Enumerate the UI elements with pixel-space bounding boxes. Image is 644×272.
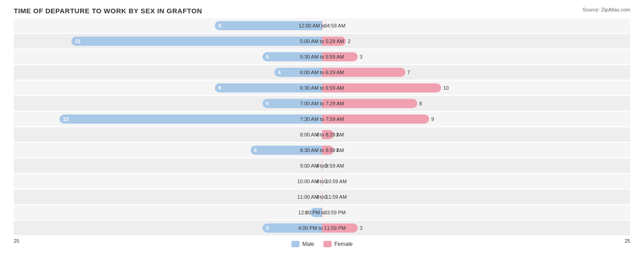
axis-right-label: 25 [625,238,630,247]
male-value-inside: 22 [63,116,69,122]
row-time-label: 12:00 AM to 4:59 AM [299,23,345,28]
chart-row: 2125:00 AM to 5:29 AM [14,34,630,49]
male-bar-wrap: 21 [71,37,322,46]
row-time-label: 7:00 AM to 7:29 AM [300,101,344,106]
row-time-label: 7:30 AM to 7:59 AM [300,116,344,122]
female-value: 3 [360,225,362,231]
male-value-inside: 5 [266,101,269,106]
row-time-label: 10:00 AM to 10:59 AM [297,179,347,184]
row-time-label: 11:00 AM to 11:59 AM [297,194,347,200]
male-bar: 21 [71,37,322,46]
chart-row: 9106:30 AM to 6:59 AM [14,81,630,95]
male-value-inside: 9 [218,85,221,91]
legend: Male Female [291,241,353,247]
male-bar: 22 [60,114,322,124]
chart-title: TIME OF DEPARTURE TO WORK BY SEX IN GRAF… [14,7,630,15]
chart-row: 018:00 AM to 8:29 AM [14,127,630,142]
female-value: 2 [348,38,350,44]
row-time-label: 12:00 PM to 3:59 PM [298,210,345,215]
chart-row: 0010:00 AM to 10:59 AM [14,174,630,189]
chart-row: 476:00 AM to 6:29 AM [14,65,630,80]
chart-row: 009:00 AM to 9:59 AM [14,158,630,173]
female-value: 8 [419,101,422,106]
axis-left-label: 25 [14,238,19,247]
legend-female: Female [323,241,353,247]
row-time-label: 9:00 AM to 9:59 AM [300,163,344,169]
source-text: Source: ZipAtlas.com [582,7,630,12]
row-time-label: 8:00 AM to 8:29 AM [300,132,344,137]
row-time-label: 6:00 AM to 6:29 AM [300,70,344,75]
chart-row: 1012:00 PM to 3:59 PM [14,205,630,220]
chart-row: 534:00 PM to 11:59 PM [14,221,630,235]
male-value-inside: 21 [75,38,81,44]
male-value-inside: 5 [266,225,269,231]
chart-row: 535:30 AM to 5:59 AM [14,49,630,64]
female-value: 9 [431,116,434,122]
male-value-inside: 9 [218,23,221,28]
row-time-label: 6:30 AM to 6:59 AM [300,85,344,91]
chart-row: 2297:30 AM to 7:59 AM [14,112,630,126]
female-bar-wrap: 10 [322,83,469,92]
chart-row: 9012:00 AM to 4:59 AM [14,18,630,33]
chart-row: 618:30 AM to 8:59 AM [14,143,630,158]
row-time-label: 8:30 AM to 8:59 AM [300,147,344,153]
male-bar-wrap: 22 [60,114,322,124]
male-value-inside: 6 [254,147,257,153]
male-value-inside: 4 [278,70,281,75]
legend-male-label: Male [302,241,314,247]
chart-row: 587:00 AM to 7:29 AM [14,96,630,111]
male-value-inside: 5 [266,54,269,60]
axis-bottom: 25 Male Female 25 [14,238,630,247]
row-time-label: 4:00 PM to 11:59 PM [298,225,345,231]
female-value: 7 [407,70,410,75]
row-time-label: 5:30 AM to 5:59 AM [300,54,344,60]
chart-container: TIME OF DEPARTURE TO WORK BY SEX IN GRAF… [0,0,644,272]
legend-female-label: Female [334,241,353,247]
legend-female-box [323,241,332,247]
row-time-label: 5:00 AM to 5:29 AM [300,38,344,44]
female-value: 10 [443,85,448,91]
bars-area: 9012:00 AM to 4:59 AM2125:00 AM to 5:29 … [14,18,630,236]
female-value: 3 [360,54,362,60]
legend-male: Male [291,241,314,247]
legend-male-box [291,241,300,247]
chart-row: 0011:00 AM to 11:59 AM [14,190,630,204]
